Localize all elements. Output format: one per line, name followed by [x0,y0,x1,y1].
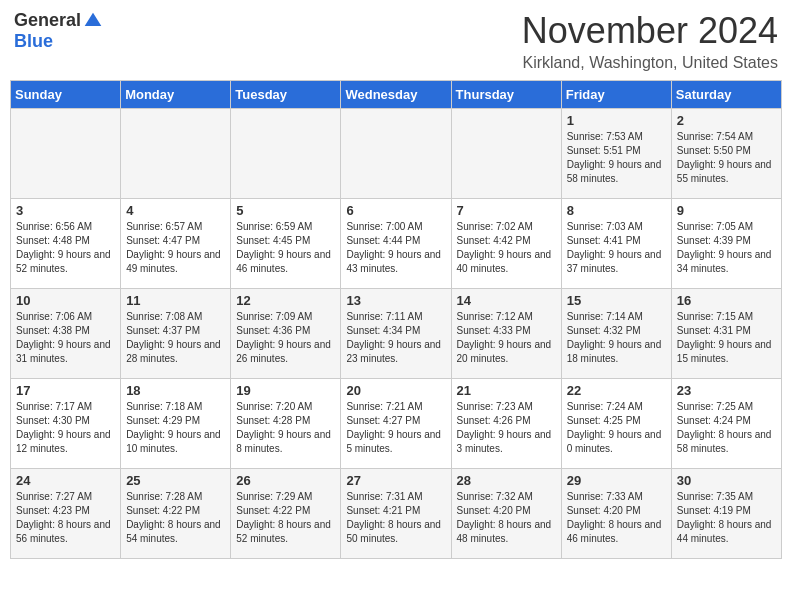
page-header: General Blue November 2024 Kirkland, Was… [10,10,782,72]
day-number: 25 [126,473,225,488]
day-info: Sunrise: 7:03 AM Sunset: 4:41 PM Dayligh… [567,220,666,276]
calendar-table: SundayMondayTuesdayWednesdayThursdayFrid… [10,80,782,559]
calendar-cell: 30Sunrise: 7:35 AM Sunset: 4:19 PM Dayli… [671,469,781,559]
day-info: Sunrise: 7:24 AM Sunset: 4:25 PM Dayligh… [567,400,666,456]
logo-icon [83,11,103,31]
day-number: 21 [457,383,556,398]
calendar-cell: 14Sunrise: 7:12 AM Sunset: 4:33 PM Dayli… [451,289,561,379]
calendar-week-row: 1Sunrise: 7:53 AM Sunset: 5:51 PM Daylig… [11,109,782,199]
day-number: 8 [567,203,666,218]
day-info: Sunrise: 7:20 AM Sunset: 4:28 PM Dayligh… [236,400,335,456]
calendar-header-wednesday: Wednesday [341,81,451,109]
calendar-header-tuesday: Tuesday [231,81,341,109]
day-info: Sunrise: 7:21 AM Sunset: 4:27 PM Dayligh… [346,400,445,456]
day-number: 28 [457,473,556,488]
calendar-cell: 3Sunrise: 6:56 AM Sunset: 4:48 PM Daylig… [11,199,121,289]
day-info: Sunrise: 7:29 AM Sunset: 4:22 PM Dayligh… [236,490,335,546]
day-info: Sunrise: 7:33 AM Sunset: 4:20 PM Dayligh… [567,490,666,546]
day-number: 17 [16,383,115,398]
day-number: 18 [126,383,225,398]
logo-blue-text: Blue [14,31,53,52]
calendar-cell: 25Sunrise: 7:28 AM Sunset: 4:22 PM Dayli… [121,469,231,559]
calendar-cell: 5Sunrise: 6:59 AM Sunset: 4:45 PM Daylig… [231,199,341,289]
calendar-cell: 18Sunrise: 7:18 AM Sunset: 4:29 PM Dayli… [121,379,231,469]
day-number: 24 [16,473,115,488]
calendar-cell: 29Sunrise: 7:33 AM Sunset: 4:20 PM Dayli… [561,469,671,559]
day-number: 12 [236,293,335,308]
day-info: Sunrise: 7:09 AM Sunset: 4:36 PM Dayligh… [236,310,335,366]
day-number: 23 [677,383,776,398]
calendar-cell [231,109,341,199]
calendar-cell: 19Sunrise: 7:20 AM Sunset: 4:28 PM Dayli… [231,379,341,469]
day-info: Sunrise: 7:35 AM Sunset: 4:19 PM Dayligh… [677,490,776,546]
svg-marker-0 [85,12,102,25]
day-number: 10 [16,293,115,308]
day-info: Sunrise: 7:27 AM Sunset: 4:23 PM Dayligh… [16,490,115,546]
day-info: Sunrise: 7:06 AM Sunset: 4:38 PM Dayligh… [16,310,115,366]
calendar-cell: 2Sunrise: 7:54 AM Sunset: 5:50 PM Daylig… [671,109,781,199]
calendar-cell: 21Sunrise: 7:23 AM Sunset: 4:26 PM Dayli… [451,379,561,469]
logo-general-text: General [14,10,81,31]
calendar-cell: 1Sunrise: 7:53 AM Sunset: 5:51 PM Daylig… [561,109,671,199]
calendar-cell: 12Sunrise: 7:09 AM Sunset: 4:36 PM Dayli… [231,289,341,379]
day-info: Sunrise: 7:25 AM Sunset: 4:24 PM Dayligh… [677,400,776,456]
calendar-week-row: 24Sunrise: 7:27 AM Sunset: 4:23 PM Dayli… [11,469,782,559]
day-info: Sunrise: 7:00 AM Sunset: 4:44 PM Dayligh… [346,220,445,276]
day-number: 14 [457,293,556,308]
day-info: Sunrise: 6:59 AM Sunset: 4:45 PM Dayligh… [236,220,335,276]
day-info: Sunrise: 7:15 AM Sunset: 4:31 PM Dayligh… [677,310,776,366]
calendar-cell: 20Sunrise: 7:21 AM Sunset: 4:27 PM Dayli… [341,379,451,469]
day-number: 15 [567,293,666,308]
day-number: 22 [567,383,666,398]
calendar-cell: 26Sunrise: 7:29 AM Sunset: 4:22 PM Dayli… [231,469,341,559]
day-number: 13 [346,293,445,308]
calendar-cell: 4Sunrise: 6:57 AM Sunset: 4:47 PM Daylig… [121,199,231,289]
calendar-cell: 28Sunrise: 7:32 AM Sunset: 4:20 PM Dayli… [451,469,561,559]
day-info: Sunrise: 7:12 AM Sunset: 4:33 PM Dayligh… [457,310,556,366]
month-title: November 2024 [522,10,778,52]
calendar-cell: 11Sunrise: 7:08 AM Sunset: 4:37 PM Dayli… [121,289,231,379]
day-info: Sunrise: 7:17 AM Sunset: 4:30 PM Dayligh… [16,400,115,456]
day-info: Sunrise: 7:53 AM Sunset: 5:51 PM Dayligh… [567,130,666,186]
day-number: 3 [16,203,115,218]
calendar-header-monday: Monday [121,81,231,109]
calendar-cell: 24Sunrise: 7:27 AM Sunset: 4:23 PM Dayli… [11,469,121,559]
calendar-cell: 10Sunrise: 7:06 AM Sunset: 4:38 PM Dayli… [11,289,121,379]
day-number: 16 [677,293,776,308]
day-info: Sunrise: 7:18 AM Sunset: 4:29 PM Dayligh… [126,400,225,456]
day-info: Sunrise: 7:14 AM Sunset: 4:32 PM Dayligh… [567,310,666,366]
day-info: Sunrise: 7:28 AM Sunset: 4:22 PM Dayligh… [126,490,225,546]
day-info: Sunrise: 7:23 AM Sunset: 4:26 PM Dayligh… [457,400,556,456]
calendar-header-friday: Friday [561,81,671,109]
location: Kirkland, Washington, United States [522,54,778,72]
logo: General Blue [14,10,103,52]
day-number: 4 [126,203,225,218]
calendar-cell: 16Sunrise: 7:15 AM Sunset: 4:31 PM Dayli… [671,289,781,379]
day-info: Sunrise: 7:31 AM Sunset: 4:21 PM Dayligh… [346,490,445,546]
calendar-cell: 13Sunrise: 7:11 AM Sunset: 4:34 PM Dayli… [341,289,451,379]
day-number: 2 [677,113,776,128]
calendar-cell: 7Sunrise: 7:02 AM Sunset: 4:42 PM Daylig… [451,199,561,289]
day-info: Sunrise: 7:32 AM Sunset: 4:20 PM Dayligh… [457,490,556,546]
calendar-week-row: 10Sunrise: 7:06 AM Sunset: 4:38 PM Dayli… [11,289,782,379]
calendar-header-saturday: Saturday [671,81,781,109]
calendar-cell: 22Sunrise: 7:24 AM Sunset: 4:25 PM Dayli… [561,379,671,469]
day-info: Sunrise: 6:57 AM Sunset: 4:47 PM Dayligh… [126,220,225,276]
calendar-cell: 17Sunrise: 7:17 AM Sunset: 4:30 PM Dayli… [11,379,121,469]
calendar-cell: 27Sunrise: 7:31 AM Sunset: 4:21 PM Dayli… [341,469,451,559]
day-number: 6 [346,203,445,218]
calendar-cell [121,109,231,199]
day-number: 29 [567,473,666,488]
calendar-cell: 6Sunrise: 7:00 AM Sunset: 4:44 PM Daylig… [341,199,451,289]
calendar-cell [11,109,121,199]
calendar-cell: 15Sunrise: 7:14 AM Sunset: 4:32 PM Dayli… [561,289,671,379]
day-info: Sunrise: 7:11 AM Sunset: 4:34 PM Dayligh… [346,310,445,366]
day-number: 26 [236,473,335,488]
day-number: 27 [346,473,445,488]
title-section: November 2024 Kirkland, Washington, Unit… [522,10,778,72]
calendar-cell: 9Sunrise: 7:05 AM Sunset: 4:39 PM Daylig… [671,199,781,289]
day-number: 7 [457,203,556,218]
calendar-cell [341,109,451,199]
day-info: Sunrise: 7:02 AM Sunset: 4:42 PM Dayligh… [457,220,556,276]
day-number: 1 [567,113,666,128]
